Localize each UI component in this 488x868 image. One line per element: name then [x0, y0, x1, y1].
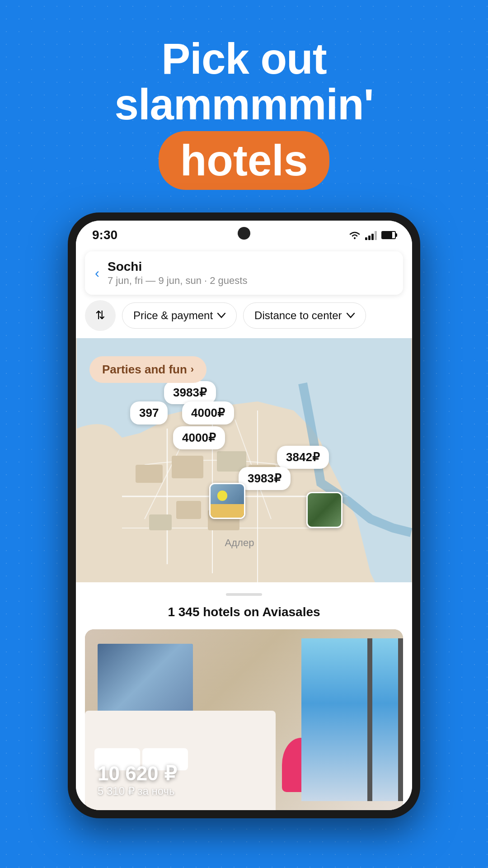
- map-hotel-thumb-1[interactable]: [209, 483, 245, 519]
- hotel-price-overlay: 10 620 ₽ 5 310 ₽ за ночь: [98, 762, 177, 797]
- camera-notch: [238, 227, 250, 240]
- parties-tag[interactable]: Parties and fun ›: [89, 356, 206, 383]
- svg-rect-3: [172, 456, 203, 478]
- price-badge-4[interactable]: 4000₽: [173, 426, 225, 449]
- map-hotel-thumb-2[interactable]: [306, 492, 343, 528]
- signal-icon: [365, 230, 377, 240]
- svg-text:Адлер: Адлер: [225, 537, 254, 548]
- svg-point-0: [354, 237, 356, 239]
- sort-button[interactable]: ⇅: [85, 300, 116, 331]
- price-badge-3[interactable]: 4000₽: [182, 401, 234, 425]
- search-city: Sochi: [108, 259, 247, 274]
- price-badge-5[interactable]: 3842₽: [277, 446, 329, 469]
- price-payment-label: Price & payment: [133, 309, 213, 322]
- phone-frame: 9:30: [68, 212, 420, 818]
- hotel-card[interactable]: 10 620 ₽ 5 310 ₽ за ночь: [85, 629, 403, 810]
- room-painting: [98, 644, 193, 716]
- hero-line2: slammmmin': [0, 82, 488, 127]
- search-bar[interactable]: ‹ Sochi 7 jun, fri — 9 jun, sun · 2 gues…: [85, 251, 403, 295]
- price-payment-filter[interactable]: Price & payment: [122, 302, 237, 329]
- price-badge-2[interactable]: 397: [130, 401, 168, 425]
- filter-bar: ⇅ Price & payment Distance to center: [76, 300, 412, 338]
- price-badge-6[interactable]: 3983₽: [239, 467, 291, 490]
- hero-line1: Pick out: [0, 36, 488, 82]
- room-window: [301, 638, 403, 801]
- distance-filter[interactable]: Distance to center: [243, 302, 366, 329]
- phone-wrapper: 9:30: [0, 212, 488, 818]
- scroll-indicator: [226, 593, 262, 596]
- svg-rect-7: [149, 514, 172, 530]
- hotel-price-per-night: 5 310 ₽ за ночь: [98, 785, 177, 797]
- status-bar: 9:30: [76, 221, 412, 246]
- distance-label: Distance to center: [254, 309, 342, 322]
- wifi-icon: [349, 231, 361, 240]
- hotel-price-total: 10 620 ₽: [98, 762, 177, 785]
- status-time: 9:30: [92, 228, 117, 242]
- phone-screen: 9:30: [76, 221, 412, 810]
- hero-section: Pick out slammmmin' hotels: [0, 0, 488, 212]
- sort-icon: ⇅: [95, 308, 105, 322]
- status-icons: [349, 230, 396, 240]
- svg-rect-2: [136, 465, 163, 483]
- hotels-badge: hotels: [159, 131, 330, 190]
- battery-icon: [381, 231, 396, 239]
- hotels-count: 1 345 hotels on Aviasales: [76, 605, 412, 619]
- search-details: 7 jun, fri — 9 jun, sun · 2 guests: [108, 275, 247, 287]
- back-button[interactable]: ‹: [95, 265, 99, 281]
- map-area[interactable]: Адлер Parties and fun › 3983₽ 397 4000₽: [76, 338, 412, 582]
- search-text: Sochi 7 jun, fri — 9 jun, sun · 2 guests: [108, 259, 247, 287]
- svg-rect-5: [176, 501, 201, 519]
- chevron-down-icon: [217, 313, 225, 318]
- price-badge-1[interactable]: 3983₽: [164, 381, 216, 404]
- bottom-panel: 1 345 hotels on Aviasales: [76, 582, 412, 810]
- parties-tag-label: Parties and fun: [102, 363, 187, 377]
- chevron-right-icon: ›: [191, 363, 194, 375]
- chevron-down-icon-2: [347, 313, 355, 318]
